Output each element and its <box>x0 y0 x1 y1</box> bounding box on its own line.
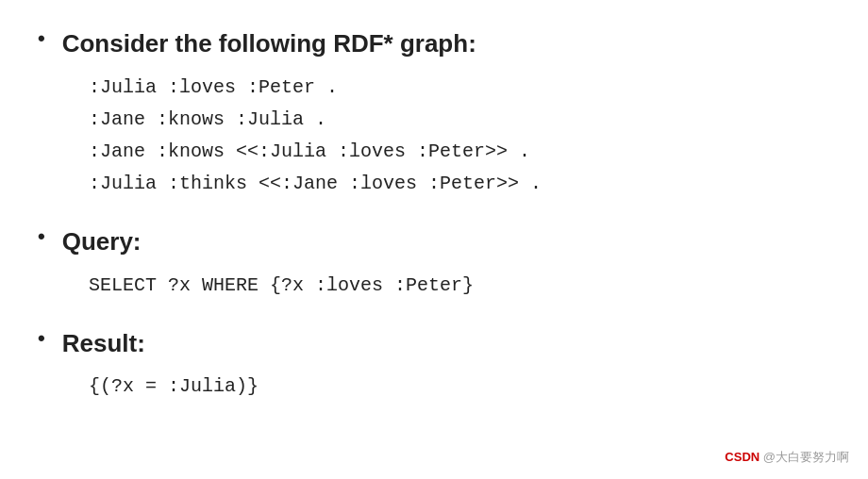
watermark-suffix: @大白要努力啊 <box>763 450 849 464</box>
code-line-3: :Julia :thinks <<:Jane :loves :Peter>> . <box>89 168 830 200</box>
code-line-0: :Julia :loves :Peter . <box>89 72 830 104</box>
query-code-block: SELECT ?x WHERE {?x :loves :Peter} <box>89 270 830 302</box>
bullet-dot-result: • <box>38 326 45 351</box>
code-line-2: :Jane :knows <<:Julia :loves :Peter>> . <box>89 136 830 168</box>
code-line-1: :Jane :knows :Julia . <box>89 104 830 136</box>
query-code-line-0: SELECT ?x WHERE {?x :loves :Peter} <box>89 270 830 302</box>
result-label: Result: <box>62 328 145 360</box>
consider-code-block: :Julia :loves :Peter . :Jane :knows :Jul… <box>89 72 830 200</box>
section-result: • Result: {(?x = :Julia)} <box>38 328 830 404</box>
watermark-csdn: CSDN <box>725 450 760 464</box>
bullet-item-query: • Query: <box>38 226 830 258</box>
slide-container: • Consider the following RDF* graph: :Ju… <box>0 0 868 479</box>
bullet-item-result: • Result: <box>38 328 830 360</box>
section-consider: • Consider the following RDF* graph: :Ju… <box>38 28 830 200</box>
bullet-item-consider: • Consider the following RDF* graph: <box>38 28 830 60</box>
bullet-dot-consider: • <box>38 26 45 51</box>
result-code-line-0: {(?x = :Julia)} <box>89 371 830 403</box>
watermark: CSDN @大白要努力啊 <box>725 449 849 466</box>
query-label: Query: <box>62 226 142 258</box>
bullet-dot-query: • <box>38 224 45 249</box>
section-query: • Query: SELECT ?x WHERE {?x :loves :Pet… <box>38 226 830 302</box>
result-code-block: {(?x = :Julia)} <box>89 371 830 403</box>
consider-label: Consider the following RDF* graph: <box>62 28 476 60</box>
